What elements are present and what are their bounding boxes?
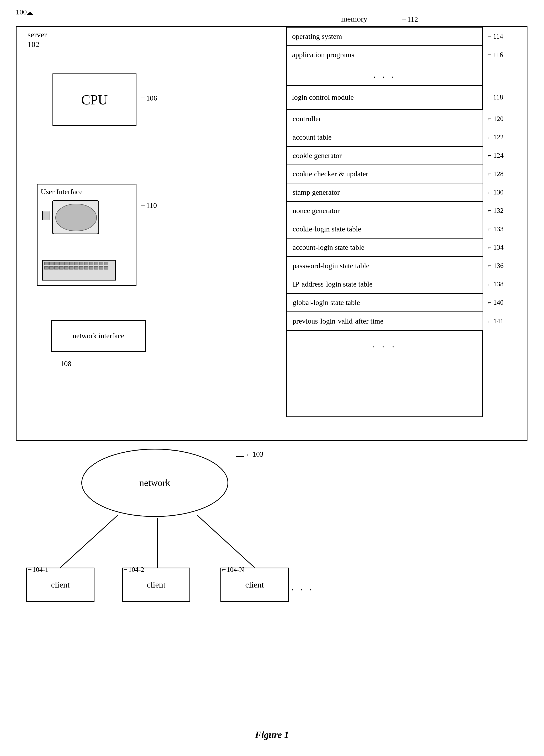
key [44,266,49,269]
key [74,266,78,269]
key [99,262,103,265]
arrow-100-icon [26,12,34,15]
key [49,262,54,265]
network-to-client1-line [60,515,118,568]
key [59,266,64,269]
key [89,262,93,265]
key [99,266,103,269]
memory-row-account-login: account-login state table ⌐ 134 [287,239,483,257]
network-ellipse: network [81,449,228,517]
network-interface-box: network interface [51,320,146,352]
key [54,266,59,269]
ref-136: ⌐ 136 [488,262,504,270]
ref-133: ⌐ 133 [488,225,504,233]
key [64,262,68,265]
memory-row-login-module: login control module ⌐ 118 [287,85,482,109]
network-ellipse-container: network [71,446,239,520]
key [69,266,73,269]
memory-row-controller: controller ⌐ 120 [287,110,483,128]
network-ref: ⌐ 103 [247,449,263,459]
memory-ref-label: ⌐ 112 [402,14,418,24]
ref-118: ⌐ 118 [488,93,503,101]
ref-124: ⌐ 124 [488,152,504,160]
network-interface-ref: 108 [60,360,71,368]
ui-ref: ⌐ 110 [140,200,157,210]
ref-100-label: 100 [16,8,27,16]
memory-bottom-dots: . . . [287,331,482,358]
figure-label: Figure 1 [255,729,289,740]
ref-116: ⌐ 116 [488,51,503,59]
memory-row-stamp-gen: stamp generator ⌐ 130 [287,183,483,202]
monitor-body [52,200,99,234]
key [84,266,88,269]
ui-label: User Interface [41,188,82,196]
memory-row-account-table: account table ⌐ 122 [287,128,483,147]
client1-ref: ⌐ 104-1 [28,565,48,574]
memory-row-cookie-checker: cookie checker & updater ⌐ 128 [287,165,483,183]
server-ref: 102 [28,40,39,49]
key [79,266,83,269]
memory-row-global-login: global-login state table ⌐ 140 [287,294,483,312]
memory-row-prev-login: previous-login-valid-after time ⌐ 141 [287,312,483,330]
memory-row-nonce-gen: nonce generator ⌐ 132 [287,202,483,220]
keyboard [42,260,116,281]
key [74,262,78,265]
key [84,262,88,265]
memory-row-os: operating system ⌐ 114 [287,27,482,46]
keyboard-row2 [44,266,114,269]
memory-row-dots1: . . . [287,64,482,85]
key [104,262,108,265]
key [44,262,49,265]
cpu-ref: ⌐ 106 [140,93,157,103]
ref-120: ⌐ 120 [488,115,504,123]
memory-label: memory [341,14,367,23]
memory-row-password-login: password-login state table ⌐ 136 [287,257,483,275]
network-interface-label: network interface [73,332,124,340]
ref-132: ⌐ 132 [488,207,504,215]
user-interface-box: User Interface [37,184,136,286]
memory-row-app: application programs ⌐ 116 [287,46,482,64]
memory-row-cookie-gen: cookie generator ⌐ 124 [287,147,483,165]
ref-138: ⌐ 138 [488,280,504,288]
ref-130: ⌐ 130 [488,188,504,196]
key [89,266,93,269]
memory-row-cookie-login: cookie-login state table ⌐ 133 [287,220,483,239]
ref-140: ⌐ 140 [488,299,504,306]
client3-ref: ⌐ 104-N [222,565,244,574]
key [59,262,64,265]
key [94,266,98,269]
memory-inner-section: controller ⌐ 120 account table ⌐ 122 coo… [287,109,482,331]
ref-141: ⌐ 141 [488,317,504,325]
key [64,266,68,269]
monitor-screen [55,204,97,231]
key [69,262,73,265]
key [79,262,83,265]
bottom-dots-text: . . . [291,582,314,593]
ref-122: ⌐ 122 [488,133,504,141]
diagram-container: . . . 100 server 102 memory ⌐ 112 CPU ⌐ … [0,0,544,756]
ref-114: ⌐ 114 [488,33,503,40]
ref-128: ⌐ 128 [488,170,504,178]
client2-ref: ⌐ 104-2 [123,565,144,574]
memory-row-ip-login: IP-address-login state table ⌐ 138 [287,275,483,294]
cpu-box: CPU [52,73,136,126]
server-label: server [28,30,47,39]
key [54,262,59,265]
key [49,266,54,269]
keyboard-row1 [44,262,114,265]
disk-icon [42,211,50,220]
network-to-client3-line [197,515,255,568]
memory-rows-container: operating system ⌐ 114 application progr… [287,27,482,358]
key [94,262,98,265]
ref-134: ⌐ 134 [488,244,504,251]
cpu-label: CPU [81,92,108,108]
key [104,266,108,269]
